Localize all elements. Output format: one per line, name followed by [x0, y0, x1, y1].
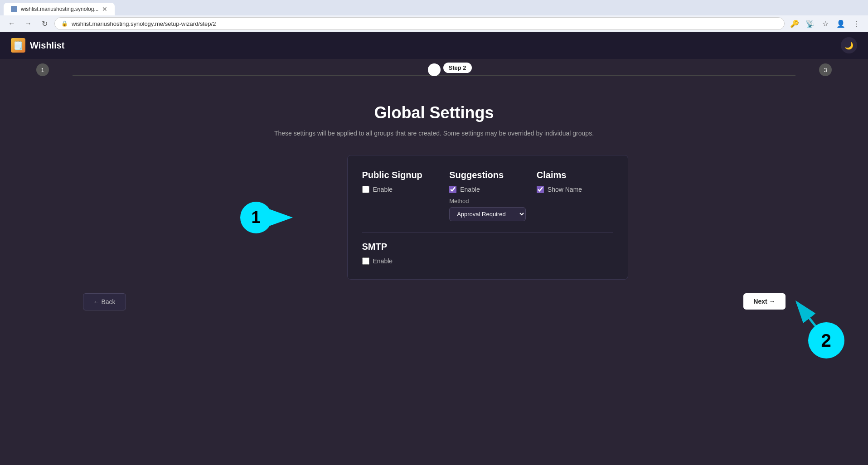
menu-icon[interactable]: ⋮ — [850, 17, 863, 30]
browser-chrome: wishlist.mariushosting.synolog... ✕ ← → … — [0, 0, 868, 32]
app-name: Wishlist — [30, 40, 65, 51]
claims-section: Claims Show Name — [537, 170, 613, 221]
step-3-circle: 3 — [819, 63, 832, 76]
step-1-circle: 1 — [36, 63, 49, 76]
suggestions-title: Suggestions — [449, 170, 526, 180]
card-wrapper: 1 Public Signup Enable Suggestions Enabl… — [240, 155, 628, 280]
toolbar-icons: 🔑 📡 ☆ 👤 ⋮ — [788, 17, 863, 30]
public-signup-enable-row: Enable — [362, 186, 439, 193]
next-button-label: Next → — [753, 298, 775, 305]
app-header: 🗒️ Wishlist 🌙 — [0, 32, 868, 59]
back-button[interactable]: ← Back — [83, 293, 126, 310]
tab-close-button[interactable]: ✕ — [102, 5, 107, 13]
claims-title: Claims — [537, 170, 613, 180]
profile-icon[interactable]: 👤 — [834, 17, 847, 30]
smtp-title: SMTP — [362, 242, 613, 252]
cast-icon[interactable]: 📡 — [804, 17, 816, 30]
back-button-label: ← Back — [93, 298, 116, 305]
next-area: Next → 2 — [743, 293, 785, 310]
bookmark-icon[interactable]: ☆ — [819, 17, 832, 30]
address-bar[interactable]: 🔒 wishlist.mariushosting.synology.me/set… — [54, 17, 785, 30]
url-text: wishlist.mariushosting.synology.me/setup… — [72, 20, 778, 27]
tab-favicon — [11, 6, 17, 12]
annotation-badge-2: 2 — [808, 322, 844, 358]
reload-button[interactable]: ↻ — [38, 17, 51, 30]
claims-show-name-label: Show Name — [548, 186, 582, 193]
logo-icon: 🗒️ — [11, 38, 25, 53]
main-content: Global Settings These settings will be a… — [0, 81, 868, 398]
step-3-indicator: 3 — [819, 63, 832, 76]
app-logo: 🗒️ Wishlist — [11, 38, 65, 53]
annotation-1: 1 — [240, 202, 306, 233]
browser-tabs: wishlist.mariushosting.synolog... ✕ — [0, 0, 868, 15]
smtp-section: SMTP Enable — [362, 232, 613, 265]
next-button[interactable]: Next → — [743, 293, 785, 310]
page-title: Global Settings — [374, 103, 494, 122]
annotation-arrow-right — [270, 209, 306, 226]
method-label: Method — [449, 198, 526, 204]
suggestions-enable-checkbox[interactable] — [449, 186, 456, 193]
suggestions-enable-label: Enable — [460, 186, 480, 193]
step-2-label: Step 2 — [443, 63, 472, 73]
annotation-2: 2 — [781, 289, 840, 349]
browser-toolbar: ← → ↻ 🔒 wishlist.mariushosting.synology.… — [0, 15, 868, 32]
page-subtitle: These settings will be applied to all gr… — [274, 130, 594, 137]
suggestions-section: Suggestions Enable Method Approval Requi… — [449, 170, 526, 221]
browser-tab-active[interactable]: wishlist.mariushosting.synolog... ✕ — [4, 3, 115, 15]
smtp-enable-row: Enable — [362, 257, 613, 265]
step-2-circle — [428, 63, 441, 76]
public-signup-enable-checkbox[interactable] — [362, 186, 369, 193]
back-nav-button[interactable]: ← — [5, 17, 18, 30]
method-select[interactable]: Approval Required Auto Approve Disabled — [449, 207, 526, 221]
settings-card: Public Signup Enable Suggestions Enable … — [347, 155, 628, 280]
smtp-enable-checkbox[interactable] — [362, 257, 369, 265]
suggestions-enable-row: Enable — [449, 186, 526, 193]
password-icon[interactable]: 🔑 — [788, 17, 801, 30]
wizard-progress: 1 Step 2 3 — [36, 59, 832, 81]
nav-area: ← Back Next → 2 — [38, 293, 831, 310]
lock-icon: 🔒 — [61, 20, 68, 27]
annotation-badge-1: 1 — [240, 202, 272, 233]
smtp-enable-label: Enable — [373, 257, 393, 265]
theme-toggle-button[interactable]: 🌙 — [841, 37, 857, 53]
forward-nav-button[interactable]: → — [22, 17, 34, 30]
step-1-indicator: 1 — [36, 63, 49, 76]
public-signup-title: Public Signup — [362, 170, 439, 180]
claims-show-name-row: Show Name — [537, 186, 613, 193]
claims-show-name-checkbox[interactable] — [537, 186, 544, 193]
public-signup-section: Public Signup Enable — [362, 170, 439, 221]
step-2-indicator: Step 2 — [428, 63, 441, 76]
public-signup-enable-label: Enable — [373, 186, 393, 193]
tab-title: wishlist.mariushosting.synolog... — [21, 6, 98, 12]
